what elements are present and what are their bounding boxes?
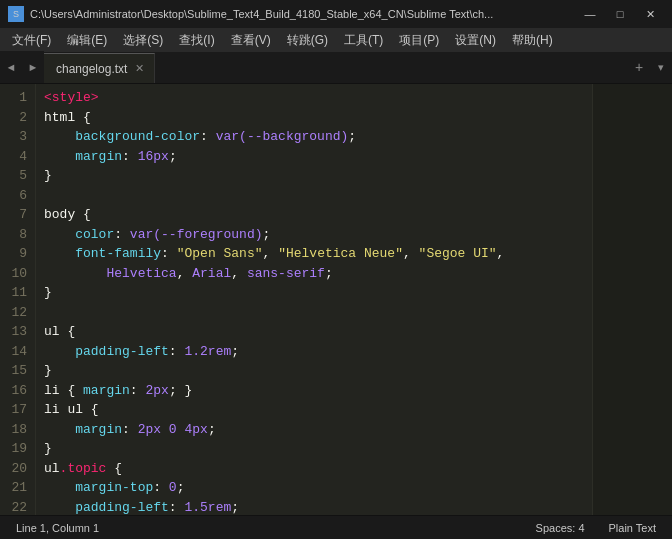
line-number: 14 <box>8 342 27 362</box>
code-line: margin: 2px 0 4px; <box>44 420 584 440</box>
tab-label: changelog.txt <box>56 62 127 76</box>
menu-item-h[interactable]: 帮助(H) <box>504 28 561 52</box>
line-number: 3 <box>8 127 27 147</box>
line-number: 18 <box>8 420 27 440</box>
code-line: html { <box>44 108 584 128</box>
line-number: 1 <box>8 88 27 108</box>
line-number: 22 <box>8 498 27 516</box>
code-line: margin-top: 0; <box>44 478 584 498</box>
line-number: 6 <box>8 186 27 206</box>
menu-item-g[interactable]: 转跳(G) <box>279 28 336 52</box>
code-line: } <box>44 283 584 303</box>
code-line: } <box>44 361 584 381</box>
code-line: background-color: var(--background); <box>44 127 584 147</box>
line-number: 17 <box>8 400 27 420</box>
editor: 1234567891011121314151617181920212223242… <box>0 84 672 515</box>
window-title: C:\Users\Administrator\Desktop\Sublime_T… <box>30 8 576 20</box>
window-controls: — □ ✕ <box>576 0 664 28</box>
line-number: 5 <box>8 166 27 186</box>
line-number: 4 <box>8 147 27 167</box>
code-line: ul.topic { <box>44 459 584 479</box>
close-button[interactable]: ✕ <box>636 0 664 28</box>
menu-item-s[interactable]: 选择(S) <box>115 28 171 52</box>
tab-add-button[interactable]: + <box>628 51 650 83</box>
menu-item-n[interactable]: 设置(N) <box>447 28 504 52</box>
code-line: font-family: "Open Sans", "Helvetica Neu… <box>44 244 584 264</box>
menu-item-v[interactable]: 查看(V) <box>223 28 279 52</box>
statusbar: Line 1, Column 1 Spaces: 4 Plain Text <box>0 515 672 539</box>
line-number: 16 <box>8 381 27 401</box>
line-number: 12 <box>8 303 27 323</box>
code-line: body { <box>44 205 584 225</box>
code-line: li { margin: 2px; } <box>44 381 584 401</box>
code-line <box>44 186 584 206</box>
titlebar: S C:\Users\Administrator\Desktop\Sublime… <box>0 0 672 28</box>
maximize-button[interactable]: □ <box>606 0 634 28</box>
code-line: padding-left: 1.2rem; <box>44 342 584 362</box>
tab-changelog[interactable]: changelog.txt ✕ <box>44 53 155 83</box>
minimap: <style> html { background-color: var(--b… <box>592 84 672 515</box>
code-line: color: var(--foreground); <box>44 225 584 245</box>
line-number: 21 <box>8 478 27 498</box>
menu-item-i[interactable]: 查找(I) <box>171 28 222 52</box>
menu-item-t[interactable]: 工具(T) <box>336 28 391 52</box>
code-area[interactable]: <style>html { background-color: var(--ba… <box>36 84 592 515</box>
line-number: 2 <box>8 108 27 128</box>
code-line: li ul { <box>44 400 584 420</box>
code-line: } <box>44 166 584 186</box>
line-number: 10 <box>8 264 27 284</box>
code-line: ul { <box>44 322 584 342</box>
tab-nav-prev[interactable]: ◄ <box>0 51 22 83</box>
line-number: 11 <box>8 283 27 303</box>
tab-list-button[interactable]: ▾ <box>650 51 672 83</box>
app-icon: S <box>8 6 24 22</box>
line-number: 15 <box>8 361 27 381</box>
minimize-button[interactable]: — <box>576 0 604 28</box>
menu-item-f[interactable]: 文件(F) <box>4 28 59 52</box>
line-number: 8 <box>8 225 27 245</box>
menu-item-e[interactable]: 编辑(E) <box>59 28 115 52</box>
statusbar-right: Spaces: 4 Plain Text <box>532 522 660 534</box>
line-number: 9 <box>8 244 27 264</box>
code-line: <style> <box>44 88 584 108</box>
code-line: Helvetica, Arial, sans-serif; <box>44 264 584 284</box>
menu-item-p[interactable]: 项目(P) <box>391 28 447 52</box>
line-number: 20 <box>8 459 27 479</box>
code-line <box>44 303 584 323</box>
tabbar: ◄ ► changelog.txt ✕ + ▾ <box>0 52 672 84</box>
tab-close-button[interactable]: ✕ <box>135 62 144 75</box>
status-position[interactable]: Line 1, Column 1 <box>12 522 103 534</box>
tab-nav-next[interactable]: ► <box>22 51 44 83</box>
line-number: 19 <box>8 439 27 459</box>
status-syntax[interactable]: Plain Text <box>605 522 661 534</box>
code-line: padding-left: 1.5rem; <box>44 498 584 516</box>
line-numbers: 1234567891011121314151617181920212223242… <box>0 84 36 515</box>
line-number: 7 <box>8 205 27 225</box>
menubar: 文件(F)编辑(E)选择(S)查找(I)查看(V)转跳(G)工具(T)项目(P)… <box>0 28 672 52</box>
line-number: 13 <box>8 322 27 342</box>
status-spaces[interactable]: Spaces: 4 <box>532 522 589 534</box>
code-line: margin: 16px; <box>44 147 584 167</box>
code-line: } <box>44 439 584 459</box>
